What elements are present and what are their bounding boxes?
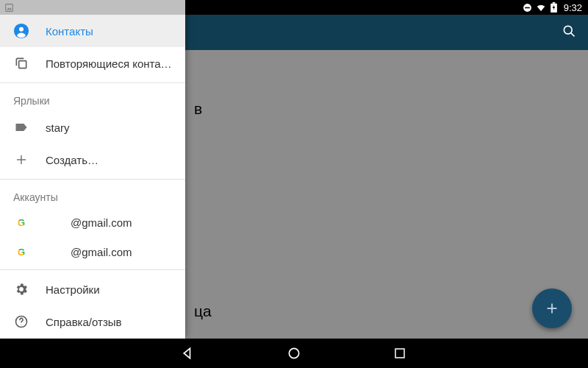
divider	[0, 179, 185, 180]
svg-point-0	[564, 26, 572, 34]
drawer-item-label: Контакты	[46, 25, 93, 38]
navigation-drawer: Контакты Повторяющиеся конта… Ярлыки sta…	[0, 0, 185, 339]
svg-marker-20	[184, 348, 190, 358]
drawer-item-label: Настройки	[46, 283, 100, 296]
drawer-account-item[interactable]: G @gmail.com	[0, 208, 185, 237]
plus-icon	[13, 152, 29, 168]
drawer-create-label[interactable]: Создать…	[0, 144, 185, 176]
search-button[interactable]	[562, 24, 576, 41]
label-icon	[13, 119, 29, 135]
drawer-item-duplicates[interactable]: Повторяющиеся конта…	[0, 47, 185, 79]
drawer-item-help-feedback[interactable]: Справка/отзыв	[0, 305, 185, 338]
plus-icon	[544, 300, 560, 316]
add-contact-fab[interactable]	[532, 289, 572, 328]
svg-rect-7	[525, 7, 530, 8]
home-icon	[287, 346, 301, 361]
clock: 9:32	[564, 2, 582, 13]
gear-icon	[13, 281, 29, 297]
recents-icon	[393, 347, 406, 360]
battery-icon	[549, 2, 559, 13]
svg-point-19	[21, 325, 22, 325]
drawer-item-contacts[interactable]: Контакты	[0, 15, 185, 47]
drawer-account-item[interactable]: G @gmail.com	[0, 237, 185, 266]
drawer-label-item[interactable]: stary	[0, 111, 185, 144]
google-icon: G	[13, 214, 29, 230]
svg-rect-15	[19, 61, 26, 68]
help-icon	[13, 314, 29, 330]
wifi-icon	[536, 2, 546, 13]
section-header-accounts: Аккаунты	[0, 183, 185, 208]
section-header-labels: Ярлыки	[0, 86, 185, 111]
image-indicator-icon	[4, 3, 14, 13]
svg-rect-11	[6, 4, 13, 11]
drawer-item-label: Повторяющиеся конта…	[46, 57, 172, 70]
nav-home-button[interactable]	[285, 344, 303, 362]
drawer-item-label: Справка/отзыв	[46, 316, 122, 328]
svg-point-14	[19, 27, 24, 32]
drawer-statusbar-area	[0, 0, 185, 15]
svg-rect-9	[553, 2, 556, 4]
contacts-icon	[13, 23, 29, 39]
nav-back-button[interactable]	[179, 344, 197, 362]
drawer-item-label: Создать…	[46, 154, 98, 166]
back-icon	[181, 346, 196, 361]
svg-line-1	[571, 33, 575, 37]
system-nav-bar	[0, 339, 588, 368]
account-email: @gmail.com	[71, 216, 132, 229]
dnd-icon	[523, 2, 533, 13]
drawer-item-settings[interactable]: Настройки	[0, 273, 185, 305]
svg-rect-22	[395, 349, 404, 358]
divider	[0, 269, 185, 270]
account-email: @gmail.com	[71, 246, 132, 258]
search-icon	[562, 24, 576, 38]
divider	[0, 82, 185, 83]
drawer-item-label: stary	[46, 121, 70, 134]
svg-marker-12	[7, 7, 12, 9]
svg-point-21	[289, 348, 298, 358]
nav-recents-button[interactable]	[391, 344, 409, 362]
google-icon: G	[13, 244, 29, 260]
copy-icon	[13, 55, 29, 71]
